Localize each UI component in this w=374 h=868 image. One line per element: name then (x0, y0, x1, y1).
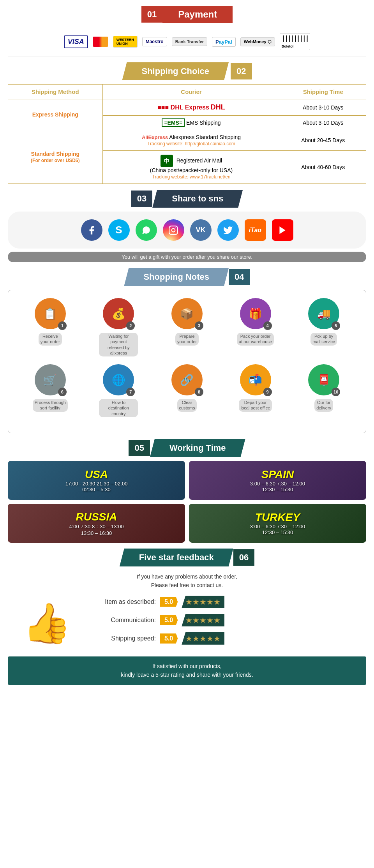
steps-row-1: 📋 1 Receiveyour order 💰 2 Waiting for pa… (16, 298, 358, 356)
step-6-num: 6 (58, 388, 67, 396)
feedback-section: Five star feedback 06 If you have any pr… (0, 549, 374, 685)
dhl-text: DHL (211, 103, 225, 111)
russia-card-content: RUSSIA 4:00-7:30 8：30 – 13:0013:30 – 16:… (69, 511, 123, 536)
payment-header: 01 Payment (0, 6, 374, 23)
skype-icon[interactable]: S (108, 219, 130, 241)
whatsapp-icon[interactable] (136, 219, 157, 241)
step-6: 🛒 6 Process throughsort facility (31, 364, 70, 417)
step-2-label: Waiting for paymentreleased by alixpress (99, 333, 138, 356)
usa-card: USA 17:00 - 20:30 21:30 – 02:0002:30 – 5… (8, 461, 185, 500)
ems-text: EMS Shipping (186, 120, 221, 126)
usa-hours: 17:00 - 20:30 21:30 – 02:0002:30 – 5:30 (65, 481, 128, 492)
ali-tracking: Tracking website: http://global.cainiao.… (147, 141, 235, 146)
rating-shipping-stars: ★★★★★ (182, 632, 224, 645)
twitter-icon[interactable] (217, 219, 239, 241)
mastercard-icon (93, 37, 108, 47)
usa-card-content: USA 17:00 - 20:30 21:30 – 02:0002:30 – 5… (65, 468, 128, 492)
col-courier: Courier (102, 85, 280, 99)
shipping-num: 02 (231, 63, 252, 79)
spain-card: SPAIN 3:00 – 6:30 7:30 – 12:0012:30 – 15… (189, 461, 366, 500)
post-courier-cell: 中 Registered Air Mail(China post/epacket… (102, 151, 280, 184)
step-4: 🎁 4 Pack your orderat our warehouse (236, 298, 275, 356)
shipping-section: Shipping Choice 02 Shipping Method Couri… (0, 62, 374, 184)
svg-rect-0 (169, 226, 178, 235)
working-time-title: Working Time (150, 439, 245, 457)
shopping-notes-content: 📋 1 Receiveyour order 💰 2 Waiting for pa… (8, 290, 366, 433)
step-4-num: 4 (263, 321, 272, 330)
express-method-cell: Express Shipping (8, 99, 103, 130)
rating-shipping-score: 5.0 (160, 633, 178, 644)
itao-icon[interactable]: iTao (245, 219, 266, 241)
step-4-circle: 🎁 4 (240, 298, 271, 329)
step-3-label: Prepareyour order (175, 333, 199, 346)
post-time-cell: About 40-60 Days (280, 151, 366, 184)
shopping-notes-header: Shopping Notes 04 (0, 268, 374, 286)
feedback-intro-line2: Please feel free to contact us. (151, 582, 223, 588)
instagram-icon[interactable] (163, 219, 184, 241)
sns-header: 03 Share to sns (0, 190, 374, 208)
rating-described-stars: ★★★★★ (182, 596, 224, 608)
shipping-table-container: Shipping Method Courier Shipping Time Ex… (8, 84, 366, 184)
table-row: Express Shipping ■■■ DHL Express DHL Abo… (8, 99, 366, 116)
payment-section: 01 Payment VISA WESTERNUNION Maestro Ban… (0, 6, 374, 56)
step-7-label: Flow to destinationcountry (99, 399, 138, 417)
step-9: 📬 9 Depart yourlocal post office (236, 364, 275, 417)
western-union-icon: WESTERNUNION (113, 36, 138, 48)
feedback-intro-line1: If you have any problems about the order… (137, 573, 237, 580)
dhl-time-cell: About 3-10 Days (280, 99, 366, 116)
time-cards-grid: USA 17:00 - 20:30 21:30 – 02:0002:30 – 5… (8, 461, 366, 543)
spain-card-content: SPAIN 3:00 – 6:30 7:30 – 12:0012:30 – 15… (250, 468, 305, 492)
sns-section: 03 Share to sns S VK iTao (0, 190, 374, 262)
standard-method-cell: Standard Shipping(For order over USD5) (8, 130, 103, 184)
spain-country: SPAIN (250, 468, 305, 481)
usa-country: USA (65, 468, 128, 481)
feedback-title: Five star feedback (120, 549, 233, 566)
step-9-num: 9 (263, 388, 272, 396)
step-9-label: Depart yourlocal post office (239, 399, 272, 412)
step-2-circle: 💰 2 (103, 298, 134, 329)
feedback-num: 06 (233, 549, 254, 566)
rating-communication-label: Communication: (94, 617, 156, 624)
ali-text: Aliexpress Standard Shipping (169, 134, 241, 140)
paypal-icon: PayPal (212, 37, 236, 47)
feedback-intro: If you have any problems about the order… (8, 572, 366, 590)
step-5: 🚚 5 Pck up bymail service (304, 298, 343, 356)
turkey-card-content: TURKEY 3:00 – 6:30 7:30 – 12:0012:30 – 1… (250, 511, 305, 535)
ems-courier-cell: ≡EMS≡ EMS Shipping (102, 116, 280, 130)
shipping-table: Shipping Method Courier Shipping Time Ex… (8, 84, 366, 184)
youtube-icon[interactable] (272, 219, 293, 241)
feedback-footer-line2: kindly leave a 5-star rating and share w… (121, 672, 253, 678)
step-3-num: 3 (195, 321, 203, 330)
svg-point-1 (172, 228, 175, 232)
shipping-title: Shipping Choice (122, 62, 229, 80)
shipping-header: Shipping Choice 02 (0, 62, 374, 80)
step-6-label: Process throughsort facility (33, 399, 68, 412)
dhl-courier-cell: ■■■ DHL Express DHL (102, 99, 280, 116)
russia-card: RUSSIA 4:00-7:30 8：30 – 13:0013:30 – 16:… (8, 504, 185, 543)
step-2-num: 2 (126, 321, 135, 330)
steps-container: 📋 1 Receiveyour order 💰 2 Waiting for pa… (8, 290, 366, 433)
vk-icon[interactable]: VK (190, 219, 212, 241)
step-8-circle: 🔗 8 (171, 364, 203, 395)
ali-courier-cell: AliExpress Aliexpress Standard Shipping … (102, 130, 280, 151)
bank-transfer-icon: Bank Transfer (172, 37, 207, 46)
rating-item-described: Item as described: 5.0 ★★★★★ (94, 596, 366, 608)
visa-icon: VISA (64, 35, 88, 48)
working-time-header: 05 Working Time (0, 439, 374, 457)
ratings-list: Item as described: 5.0 ★★★★★ Communicati… (94, 596, 366, 651)
step-1: 📋 1 Receiveyour order (31, 298, 70, 356)
step-8-label: Clearcustoms (177, 399, 197, 412)
step-10-circle: 📮 10 (308, 364, 339, 395)
spain-hours: 3:00 – 6:30 7:30 – 12:0012:30 – 15:30 (250, 481, 305, 492)
step-3-circle: 📦 3 (171, 298, 203, 329)
table-row: Standard Shipping(For order over USD5) A… (8, 130, 366, 151)
step-1-label: Receiveyour order (39, 333, 62, 346)
feedback-header: Five star feedback 06 (0, 549, 374, 566)
turkey-country: TURKEY (250, 511, 305, 524)
step-2: 💰 2 Waiting for paymentreleased by alixp… (99, 298, 138, 356)
facebook-icon[interactable] (81, 219, 102, 241)
thumbs-up-image: 👍 (8, 603, 86, 642)
maestro-icon: Maestro (142, 37, 167, 46)
step-1-num: 1 (58, 321, 67, 330)
webmoney-icon: WebMoney ⬡ (240, 37, 275, 46)
